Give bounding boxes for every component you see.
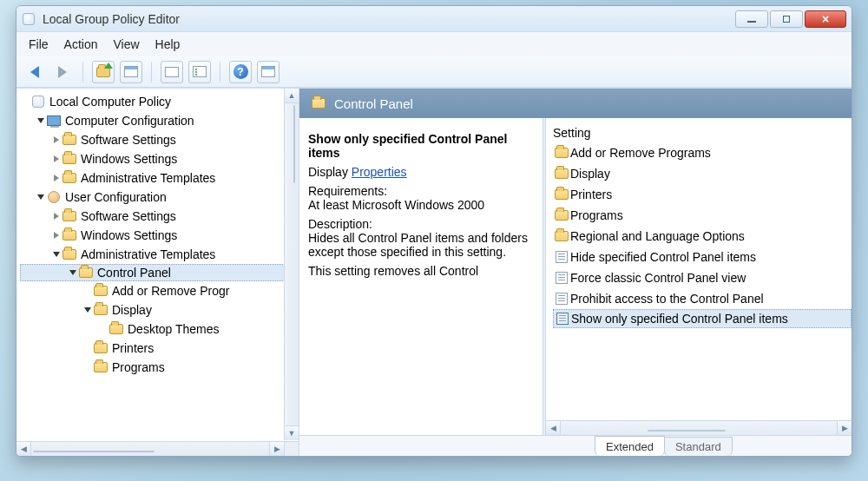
tree-label: Software Settings bbox=[81, 133, 181, 147]
folder-icon bbox=[62, 173, 76, 183]
content-header: Control Panel bbox=[299, 89, 852, 118]
scroll-down-button[interactable]: ▼ bbox=[285, 425, 299, 440]
list-item[interactable]: Force classic Control Panel view bbox=[553, 267, 852, 288]
tab-extended[interactable]: Extended bbox=[595, 436, 665, 456]
tree-label: Windows Settings bbox=[81, 152, 182, 166]
minimize-button[interactable] bbox=[735, 10, 768, 28]
tree-label: Desktop Themes bbox=[128, 322, 225, 336]
folder-icon bbox=[62, 154, 76, 164]
content-header-title: Control Panel bbox=[334, 96, 413, 111]
folder-icon bbox=[94, 286, 108, 296]
help-button[interactable]: ? bbox=[229, 61, 252, 83]
list-item[interactable]: Printers bbox=[553, 184, 852, 205]
list-horizontal-scrollbar[interactable]: ◀ ▶ bbox=[546, 420, 852, 435]
computer-icon bbox=[47, 115, 61, 126]
tree-label: Printers bbox=[112, 341, 159, 355]
tree-pane: Local Computer Policy Computer Configura… bbox=[16, 89, 299, 456]
tree-root[interactable]: Local Computer Policy bbox=[20, 92, 299, 111]
folder-icon bbox=[94, 305, 108, 315]
tree-cp-programs[interactable]: Programs bbox=[20, 358, 299, 377]
tree-vertical-scrollbar[interactable]: ▲ ▼ bbox=[284, 89, 299, 440]
toolbar-separator bbox=[151, 62, 152, 82]
list-item[interactable]: Hide specified Control Panel items bbox=[553, 247, 852, 267]
folder-up-icon bbox=[96, 67, 110, 77]
menu-file[interactable]: File bbox=[29, 37, 49, 51]
detail-description-text: Hides all Control Panel items and folder… bbox=[308, 231, 528, 259]
list-item[interactable]: Programs bbox=[553, 205, 852, 226]
scroll-right-button[interactable]: ▶ bbox=[269, 442, 284, 456]
tree-label: User Configuration bbox=[65, 190, 172, 204]
maximize-button[interactable] bbox=[770, 10, 803, 28]
properties-link[interactable]: Properties bbox=[352, 165, 407, 179]
scroll-thumb[interactable] bbox=[33, 451, 155, 452]
tree-uc-windows-settings[interactable]: Windows Settings bbox=[20, 226, 299, 245]
list-item[interactable]: Display bbox=[553, 163, 852, 184]
detail-description-more: This setting removes all Control bbox=[308, 264, 478, 278]
tree-scroll-area[interactable]: Local Computer Policy Computer Configura… bbox=[16, 89, 299, 456]
folder-icon bbox=[94, 362, 108, 372]
list-item-label: Display bbox=[570, 167, 610, 181]
tree-uc-admin-templates[interactable]: Administrative Templates bbox=[20, 245, 299, 264]
folder-icon bbox=[79, 267, 93, 278]
column-header-setting[interactable]: Setting bbox=[553, 123, 852, 142]
tree-cp-display[interactable]: Display bbox=[20, 300, 299, 320]
scroll-thumb[interactable] bbox=[648, 430, 726, 432]
close-button[interactable]: × bbox=[805, 10, 846, 28]
client-area: Local Computer Policy Computer Configura… bbox=[16, 88, 852, 456]
list-button[interactable] bbox=[188, 61, 211, 83]
detail-display-label: Display bbox=[308, 165, 348, 179]
scroll-left-button[interactable]: ◀ bbox=[546, 421, 561, 435]
list-item[interactable]: Regional and Language Options bbox=[553, 226, 852, 247]
tree-cc-admin-templates[interactable]: Administrative Templates bbox=[20, 168, 299, 188]
scroll-right-button[interactable]: ▶ bbox=[837, 421, 852, 435]
list-item[interactable]: Add or Remove Programs bbox=[553, 142, 852, 163]
menu-action[interactable]: Action bbox=[64, 37, 98, 51]
tree-control-panel[interactable]: Control Panel bbox=[20, 264, 299, 281]
tree-cc-windows-settings[interactable]: Windows Settings bbox=[20, 149, 299, 168]
titlebar[interactable]: Local Group Policy Editor × bbox=[16, 6, 852, 32]
settings-list: Setting Add or Remove ProgramsDisplayPri… bbox=[546, 118, 852, 435]
list-item[interactable]: Show only specified Control Panel items bbox=[553, 309, 852, 328]
toolbar-separator bbox=[220, 62, 220, 82]
up-button[interactable] bbox=[92, 61, 115, 83]
tree-cp-printers[interactable]: Printers bbox=[20, 339, 299, 358]
tab-standard[interactable]: Standard bbox=[664, 437, 733, 456]
tree-cp-desktop-themes[interactable]: Desktop Themes bbox=[20, 320, 299, 339]
arrow-right-icon bbox=[58, 66, 67, 78]
tree-label: Administrative Templates bbox=[81, 171, 220, 185]
setting-icon bbox=[553, 272, 570, 284]
tree-horizontal-scrollbar[interactable]: ◀ ▶ bbox=[16, 441, 284, 456]
menu-help[interactable]: Help bbox=[155, 37, 181, 51]
filter-button[interactable] bbox=[257, 61, 279, 83]
detail-requirements-text: At least Microsoft Windows 2000 bbox=[308, 198, 484, 212]
list-item-label: Show only specified Control Panel items bbox=[571, 312, 788, 326]
tree-label: Software Settings bbox=[81, 209, 181, 223]
tree-label: Programs bbox=[112, 360, 170, 374]
panel-icon bbox=[124, 66, 138, 77]
tree-user-configuration[interactable]: User Configuration bbox=[20, 188, 299, 207]
list-item[interactable]: Prohibit access to the Control Panel bbox=[553, 288, 852, 309]
folder-icon bbox=[553, 210, 570, 221]
folder-icon bbox=[553, 168, 570, 179]
back-button[interactable] bbox=[23, 61, 46, 83]
list-item-label: Regional and Language Options bbox=[570, 229, 745, 243]
show-hide-tree-button[interactable] bbox=[120, 61, 142, 83]
tree-cp-add-remove[interactable]: Add or Remove Progr bbox=[20, 281, 299, 300]
detail-title: Show only specified Control Panel items bbox=[308, 132, 507, 160]
forward-button[interactable] bbox=[51, 61, 74, 83]
tree-label: Control Panel bbox=[97, 266, 176, 280]
scroll-left-button[interactable]: ◀ bbox=[16, 442, 31, 456]
menu-view[interactable]: View bbox=[113, 37, 139, 51]
tree-label: Local Computer Policy bbox=[49, 95, 176, 109]
tree-cc-software-settings[interactable]: Software Settings bbox=[20, 130, 299, 149]
scroll-corner bbox=[284, 441, 299, 456]
tree-computer-configuration[interactable]: Computer Configuration bbox=[20, 111, 299, 130]
tree-label: Administrative Templates bbox=[81, 247, 220, 261]
folder-icon bbox=[94, 343, 108, 353]
window-title: Local Group Policy Editor bbox=[43, 12, 735, 26]
scroll-up-button[interactable]: ▲ bbox=[285, 89, 299, 103]
properties-button[interactable] bbox=[161, 61, 183, 83]
list-item-label: Force classic Control Panel view bbox=[570, 271, 746, 285]
tree-uc-software-settings[interactable]: Software Settings bbox=[20, 207, 299, 226]
scroll-thumb[interactable] bbox=[293, 105, 295, 183]
